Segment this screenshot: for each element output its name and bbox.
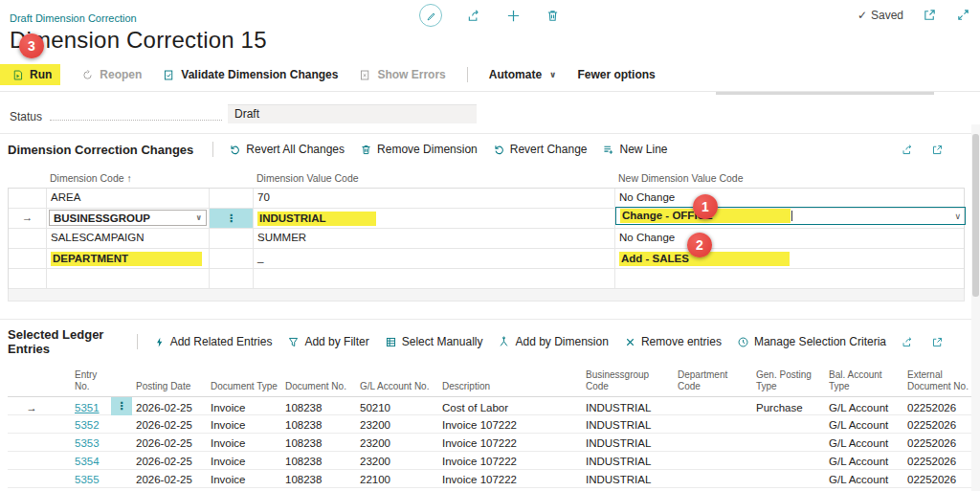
department-code-cell[interactable] [674,423,752,425]
scrollbar-thumb[interactable] [972,134,979,297]
table-row[interactable]: 5355 2026-02-25 Invoice 108238 22100 Inv… [8,470,972,488]
dimension-value-code-column-header[interactable]: Dimension Value Code [253,172,614,184]
document-type-cell[interactable]: Invoice [207,435,281,449]
bal-account-type-column-header[interactable]: Bal. Account Type [825,369,903,391]
new-dimension-value-cell[interactable] [615,269,966,288]
dimension-code-combobox[interactable]: BUSINESSGROUP ∨ [49,210,207,226]
add-by-filter-button[interactable]: Add by Filter [287,335,368,348]
gen-posting-type-cell[interactable]: Purchase [752,400,825,413]
add-by-dimension-button[interactable]: Add by Dimension [498,335,608,348]
dimension-value-cell[interactable]: SUMMER [254,229,615,248]
gl-account-no-cell[interactable]: 50210 [356,400,438,413]
table-row[interactable]: 5353 2026-02-25 Invoice 108238 23200 Inv… [8,434,972,452]
document-no-cell[interactable]: 108238 [281,472,356,485]
document-no-column-header[interactable]: Document No. [281,369,356,391]
delete-icon[interactable] [546,9,560,23]
dimension-value-cell[interactable]: _ [254,249,615,268]
posting-date-cell[interactable]: 2026-02-25 [132,417,207,431]
bal-account-type-cell[interactable]: G/L Account [825,435,903,449]
description-cell[interactable]: Invoice 107222 [438,472,582,485]
add-icon[interactable] [506,9,521,23]
posting-date-column-header[interactable]: Posting Date [132,369,207,391]
document-no-cell[interactable]: 108238 [281,400,356,413]
businessgroup-code-cell[interactable]: INDUSTRIAL [582,400,674,413]
chevron-down-icon[interactable]: ∨ [954,212,961,221]
manage-selection-criteria-button[interactable]: Manage Selection Criteria [737,335,886,348]
table-row[interactable]: AREA 70 No Change [9,189,964,209]
gen-posting-type-cell[interactable] [752,459,825,461]
open-in-new-window-icon[interactable] [923,8,937,22]
new-dimension-value-code-column-header[interactable]: New Dimension Value Code [614,172,965,184]
row-options-button[interactable]: ⋮ [111,397,132,415]
document-no-cell[interactable]: 108238 [281,454,356,467]
dimension-code-cell[interactable]: DEPARTMENT [47,249,210,268]
dimension-value-cell[interactable]: INDUSTRIAL [254,209,615,228]
table-row-empty[interactable] [9,269,964,289]
document-type-column-header[interactable]: Document Type [207,369,281,391]
gen-posting-type-cell[interactable] [752,441,825,443]
description-cell[interactable]: Cost of Labor [438,400,582,413]
remove-entries-button[interactable]: Remove entries [624,335,722,348]
document-no-cell[interactable]: 108238 [281,417,356,431]
entry-no-cell[interactable]: 5355 [56,472,111,485]
document-type-cell[interactable]: Invoice [207,417,281,431]
gl-account-no-column-header[interactable]: G/L Account No. [356,369,438,391]
external-document-no-cell[interactable]: 02252026 [903,435,972,449]
edit-button[interactable] [419,4,442,27]
collapse-icon[interactable] [956,8,970,22]
department-code-column-header[interactable]: Department Code [674,369,752,391]
businessgroup-code-cell[interactable]: INDUSTRIAL [582,417,674,431]
businessgroup-code-cell[interactable]: INDUSTRIAL [582,435,674,449]
automate-menu-button[interactable]: Automate ∨ [489,68,557,81]
bal-account-type-cell[interactable]: G/L Account [825,472,903,485]
share-icon[interactable] [467,9,481,23]
entry-no-cell[interactable]: 5354 [56,454,111,467]
run-button[interactable]: Run [0,64,60,85]
open-in-new-window-icon[interactable] [931,336,944,348]
table-row[interactable]: SALESCAMPAIGN SUMMER No Change [9,229,964,249]
table-row[interactable]: 5354 2026-02-25 Invoice 108238 23200 Inv… [8,452,972,470]
department-code-cell[interactable] [674,441,752,443]
posting-date-cell[interactable]: 2026-02-25 [132,454,207,467]
table-row[interactable]: 5352 2026-02-25 Invoice 108238 23200 Inv… [8,415,972,434]
department-code-cell[interactable] [674,478,752,480]
row-options-button[interactable]: ⋮ [210,209,254,228]
revert-all-changes-button[interactable]: Revert All Changes [229,143,345,156]
dimension-value-cell[interactable] [254,269,615,288]
document-no-cell[interactable]: 108238 [281,435,356,449]
posting-date-cell[interactable]: 2026-02-25 [132,435,207,449]
dimension-code-cell[interactable]: SALESCAMPAIGN [47,229,210,248]
dimension-code-cell[interactable]: AREA [47,189,210,208]
open-in-new-window-icon[interactable] [931,144,944,156]
entry-no-cell[interactable]: 5352 [56,417,111,431]
external-document-no-cell[interactable]: 02252026 [903,472,972,485]
select-manually-button[interactable]: Select Manually [385,335,483,348]
posting-date-cell[interactable]: 2026-02-25 [132,472,207,485]
table-row[interactable]: DEPARTMENT _ Add - SALES [9,249,964,269]
show-errors-button[interactable]: Show Errors [359,68,445,81]
dimension-code-cell[interactable] [47,269,210,288]
external-document-no-cell[interactable]: 02252026 [903,417,972,431]
new-dimension-value-cell[interactable]: No Change [615,229,966,248]
department-code-cell[interactable] [674,406,752,408]
new-dimension-value-editbox[interactable]: Change - OFFICE ∨ [615,207,966,225]
external-document-no-cell[interactable]: 02252026 [903,454,972,467]
gl-account-no-cell[interactable]: 23200 [356,435,438,449]
businessgroup-code-column-header[interactable]: Businessgroup Code [582,369,674,391]
dimension-code-column-header[interactable]: Dimension Code ↑ [46,172,209,184]
entry-no-cell[interactable]: 5351 [56,400,111,413]
description-cell[interactable]: Invoice 107222 [438,435,582,449]
gen-posting-type-cell[interactable] [752,478,825,480]
external-document-no-cell[interactable]: 02252026 [903,400,972,413]
breadcrumb[interactable]: Draft Dimension Correction [10,12,137,24]
description-column-header[interactable]: Description [438,369,582,391]
gl-account-no-cell[interactable]: 22100 [356,472,438,485]
external-document-no-column-header[interactable]: External Document No. [903,369,972,391]
share-icon[interactable] [902,144,914,156]
revert-change-button[interactable]: Revert Change [493,143,588,156]
bal-account-type-cell[interactable]: G/L Account [825,417,903,431]
add-related-entries-button[interactable]: Add Related Entries [153,335,273,348]
reopen-button[interactable]: Reopen [81,68,142,81]
fewer-options-button[interactable]: Fewer options [577,68,655,81]
document-type-cell[interactable]: Invoice [207,472,281,485]
